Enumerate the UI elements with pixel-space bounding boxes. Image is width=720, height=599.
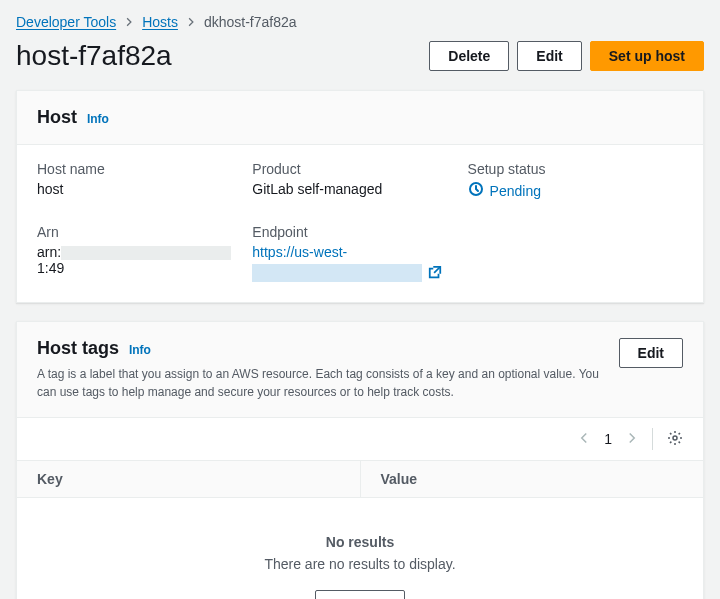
host-info-link[interactable]: Info — [87, 112, 109, 126]
pager-next[interactable] — [626, 431, 638, 447]
breadcrumb-current: dkhost-f7af82a — [204, 14, 297, 30]
arn-line2: 1:49 — [37, 260, 64, 276]
divider — [652, 428, 653, 450]
setup-status-text: Pending — [490, 183, 541, 199]
host-name-value: host — [37, 181, 232, 197]
host-tags-panel: Host tags Info A tag is a label that you… — [16, 321, 704, 599]
arn-value: arn: 1:49 — [37, 244, 232, 276]
chevron-right-icon — [186, 17, 196, 27]
gear-icon[interactable] — [667, 430, 683, 449]
edit-button[interactable]: Edit — [517, 41, 581, 71]
endpoint-link[interactable]: https://us-west- — [252, 244, 347, 260]
host-panel: Host Info Host name host Product GitLab … — [16, 90, 704, 303]
setup-status-label: Setup status — [468, 161, 663, 177]
pending-icon — [468, 181, 484, 200]
breadcrumb-hosts[interactable]: Hosts — [142, 14, 178, 30]
page-title: host-f7af82a — [16, 40, 172, 72]
col-value: Value — [360, 461, 704, 497]
host-tags-title: Host tags — [37, 338, 119, 358]
edit-tags-button[interactable]: Edit — [619, 338, 683, 368]
host-panel-title: Host — [37, 107, 77, 127]
host-tags-info-link[interactable]: Info — [129, 343, 151, 357]
chevron-right-icon — [124, 17, 134, 27]
pager-prev[interactable] — [578, 431, 590, 447]
endpoint-label: Endpoint — [252, 224, 447, 240]
add-tag-button[interactable]: Add tag — [315, 590, 405, 599]
pager-page: 1 — [604, 431, 612, 447]
arn-redacted — [61, 246, 231, 260]
external-link-icon[interactable] — [428, 265, 442, 282]
setup-host-button[interactable]: Set up host — [590, 41, 704, 71]
empty-subtitle: There are no results to display. — [37, 556, 683, 572]
product-value: GitLab self-managed — [252, 181, 447, 197]
empty-title: No results — [37, 534, 683, 550]
pager: 1 — [17, 418, 703, 460]
arn-label: Arn — [37, 224, 232, 240]
arn-prefix: arn: — [37, 244, 61, 260]
breadcrumb: Developer Tools Hosts dkhost-f7af82a — [16, 14, 704, 30]
endpoint-redacted — [252, 264, 422, 282]
tags-table-header: Key Value — [17, 460, 703, 498]
host-name-label: Host name — [37, 161, 232, 177]
svg-point-1 — [673, 436, 677, 440]
host-tags-description: A tag is a label that you assign to an A… — [37, 365, 603, 401]
header-actions: Delete Edit Set up host — [429, 41, 704, 71]
setup-status-value: Pending — [468, 181, 663, 200]
col-key: Key — [17, 461, 360, 497]
product-label: Product — [252, 161, 447, 177]
breadcrumb-root[interactable]: Developer Tools — [16, 14, 116, 30]
delete-button[interactable]: Delete — [429, 41, 509, 71]
empty-state: No results There are no results to displ… — [17, 498, 703, 599]
